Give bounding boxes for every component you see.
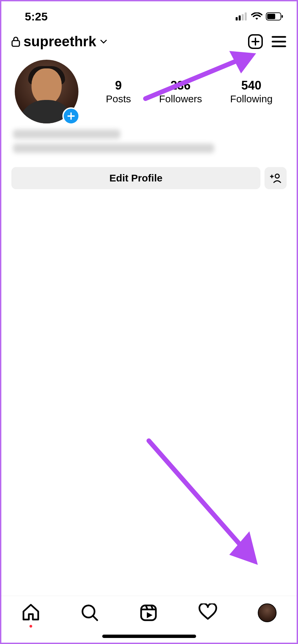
status-icons (236, 12, 283, 20)
profile-header: supreethrk (1, 28, 297, 53)
svg-marker-29 (147, 612, 153, 618)
header-actions (248, 34, 287, 49)
nav-activity[interactable] (198, 603, 218, 621)
create-post-icon[interactable] (248, 34, 263, 49)
followers-label: Followers (159, 93, 202, 105)
lock-icon (11, 36, 20, 47)
chevron-down-icon (100, 38, 108, 46)
svg-rect-3 (245, 12, 247, 20)
stat-followers[interactable]: 236 Followers (159, 78, 202, 105)
svg-line-21 (149, 441, 246, 551)
username-switcher[interactable]: supreethrk (11, 34, 108, 50)
svg-line-24 (93, 616, 97, 620)
cellular-icon (236, 12, 248, 20)
bio-line-blurred (13, 144, 214, 153)
svg-point-16 (275, 174, 279, 178)
annotation-arrow-bottom (145, 437, 273, 578)
nav-search[interactable] (80, 603, 99, 622)
hamburger-menu-icon[interactable] (271, 35, 287, 48)
search-icon (80, 603, 99, 622)
add-story-badge[interactable] (62, 107, 80, 125)
wifi-icon (251, 12, 262, 20)
nav-reels[interactable] (139, 603, 158, 622)
heart-icon (198, 603, 218, 621)
bio-line-blurred (13, 129, 120, 139)
profile-actions: Edit Profile (1, 160, 297, 189)
reels-icon (139, 603, 158, 622)
svg-rect-6 (267, 14, 275, 19)
add-user-icon (270, 173, 281, 183)
svg-rect-5 (282, 15, 283, 18)
home-indicator (102, 635, 196, 638)
status-time: 5:25 (25, 10, 48, 23)
profile-stats: 9 Posts 236 Followers 540 Following (92, 78, 287, 105)
plus-icon (67, 112, 75, 120)
profile-info-row: 9 Posts 236 Followers 540 Following (1, 53, 297, 123)
svg-rect-1 (239, 15, 241, 20)
notification-dot (29, 625, 32, 628)
posts-count: 9 (115, 78, 122, 93)
followers-count: 236 (171, 78, 191, 93)
following-count: 540 (241, 78, 261, 93)
battery-icon (266, 12, 283, 20)
svg-rect-2 (242, 14, 244, 20)
username-text: supreethrk (23, 34, 96, 50)
posts-label: Posts (106, 93, 131, 105)
stat-posts[interactable]: 9 Posts (106, 78, 131, 105)
discover-people-button[interactable] (264, 167, 287, 189)
home-icon (21, 603, 40, 621)
edit-profile-button[interactable]: Edit Profile (11, 167, 260, 189)
svg-rect-7 (12, 41, 19, 46)
status-bar: 5:25 (1, 1, 297, 28)
svg-rect-0 (236, 17, 238, 20)
profile-bio (1, 123, 297, 160)
following-label: Following (230, 93, 273, 105)
avatar-wrapper[interactable] (15, 60, 78, 123)
svg-marker-22 (229, 531, 258, 565)
nav-profile[interactable] (258, 603, 277, 622)
bottom-nav (1, 596, 297, 643)
nav-home[interactable] (21, 603, 40, 628)
stat-following[interactable]: 540 Following (230, 78, 273, 105)
svg-rect-25 (141, 605, 156, 620)
profile-thumb-icon (258, 603, 277, 622)
